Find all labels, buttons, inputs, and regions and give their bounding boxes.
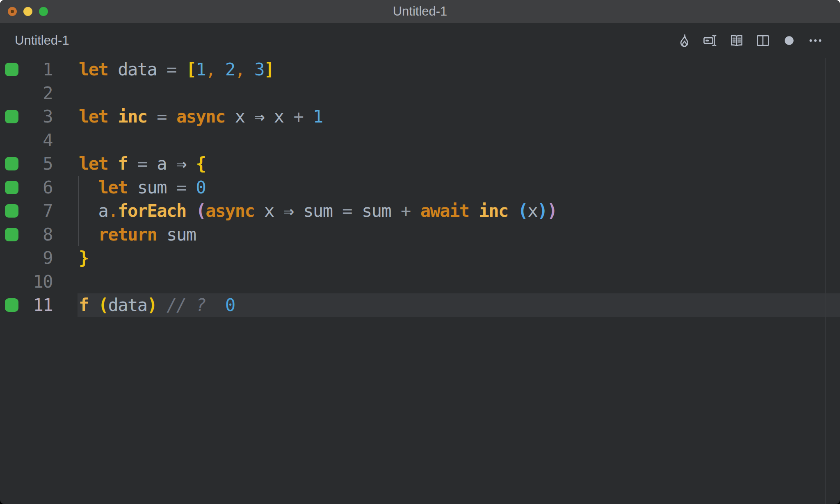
line-number[interactable]: 9 — [24, 248, 52, 268]
token: ⇒ — [176, 154, 186, 174]
code-line[interactable]: 3let inc = async x ⇒ x + 1 — [0, 105, 840, 129]
close-dot-icon — [11, 10, 14, 13]
record-dot-icon[interactable] — [781, 33, 797, 48]
code-text[interactable]: let sum = 0 — [78, 176, 840, 200]
gutter-cell — [0, 105, 24, 129]
token — [186, 154, 196, 174]
code-line[interactable]: 5let f = a ⇒ { — [0, 152, 840, 176]
quokka-marker — [5, 181, 18, 194]
token: async — [205, 201, 254, 221]
gutter-decoration-gap — [52, 293, 78, 317]
token — [89, 295, 98, 315]
editor-actions — [676, 33, 823, 48]
token — [284, 107, 294, 127]
code-line[interactable]: 8 return sum — [0, 223, 840, 247]
token: ⇒ — [284, 201, 294, 221]
code-text[interactable]: let inc = async x ⇒ x + 1 — [78, 105, 840, 129]
gutter-cell — [0, 176, 24, 200]
token: f — [118, 154, 128, 174]
code-line[interactable]: 10 — [0, 270, 840, 294]
token — [79, 201, 98, 221]
code-line[interactable]: 6 let sum = 0 — [0, 176, 840, 200]
line-number[interactable]: 5 — [24, 154, 52, 174]
overview-ruler-border — [825, 58, 826, 504]
quokka-marker — [5, 157, 18, 170]
book-icon[interactable] — [729, 33, 744, 48]
gutter-cell — [0, 246, 24, 270]
code-text[interactable] — [78, 270, 840, 294]
code-line[interactable]: 11f (data) // ? 0 — [0, 293, 840, 317]
token: inc — [479, 201, 508, 221]
token: = — [167, 59, 176, 79]
token: x — [264, 201, 274, 221]
token: x — [527, 201, 537, 221]
token: return — [98, 225, 157, 245]
token — [157, 225, 167, 245]
token — [244, 59, 254, 79]
token — [128, 177, 137, 198]
split-editor-icon[interactable] — [755, 33, 771, 48]
token — [352, 201, 362, 221]
line-number[interactable]: 10 — [24, 272, 52, 292]
token: sum — [167, 225, 196, 245]
more-actions-icon[interactable] — [808, 33, 823, 48]
line-number[interactable]: 11 — [24, 295, 52, 315]
gutter-cell — [0, 58, 24, 82]
gutter-cell — [0, 82, 24, 105]
code-text[interactable]: a.forEach (async x ⇒ sum = sum + await i… — [78, 199, 840, 223]
code-line[interactable]: 1let data = [1, 2, 3] — [0, 58, 840, 82]
token: + — [401, 201, 411, 221]
code-text[interactable]: let data = [1, 2, 3] — [78, 58, 840, 82]
token: sum — [137, 177, 167, 198]
token — [167, 154, 176, 174]
minimize-button[interactable] — [23, 7, 32, 16]
gutter-cell — [0, 199, 24, 223]
gutter-decoration-gap — [52, 129, 78, 152]
code-line[interactable]: 7 a.forEach (async x ⇒ sum = sum + await… — [0, 199, 840, 223]
token: let — [98, 177, 128, 198]
token — [79, 225, 98, 245]
code-line[interactable]: 2 — [0, 82, 840, 105]
token: x — [235, 107, 245, 127]
code-editor[interactable]: 1let data = [1, 2, 3]23let inc = async x… — [0, 58, 840, 317]
line-number[interactable]: 2 — [24, 83, 52, 103]
gutter-cell — [0, 293, 24, 317]
code-text[interactable]: } — [78, 246, 840, 270]
gutter-decoration-gap — [52, 82, 78, 105]
token — [147, 107, 157, 127]
close-button[interactable] — [8, 7, 17, 16]
token — [128, 154, 137, 174]
token: let — [79, 154, 108, 174]
titlebar[interactable]: Untitled-1 — [0, 0, 840, 23]
line-number[interactable]: 1 — [24, 59, 52, 79]
token: [ — [186, 59, 196, 79]
tab-label[interactable]: Untitled-1 — [15, 33, 69, 48]
code-line[interactable]: 4 — [0, 129, 840, 152]
token — [469, 201, 479, 221]
token: , — [205, 59, 215, 79]
gutter-decoration-gap — [52, 58, 78, 82]
token — [303, 107, 313, 127]
token: = — [157, 107, 167, 127]
traffic-lights — [8, 0, 48, 23]
line-number[interactable]: 3 — [24, 107, 52, 127]
quokka-marker — [5, 110, 18, 123]
gutter-decoration-gap — [52, 246, 78, 270]
line-number[interactable]: 7 — [24, 201, 52, 221]
token: ⇒ — [254, 107, 264, 127]
gutter-cell — [0, 223, 24, 247]
code-text[interactable]: f (data) // ? 0 — [78, 293, 840, 317]
line-number[interactable]: 8 — [24, 225, 52, 245]
rename-icon[interactable] — [703, 33, 718, 48]
line-number[interactable]: 4 — [24, 130, 52, 150]
line-number[interactable]: 6 — [24, 177, 52, 198]
zoom-button[interactable] — [39, 7, 48, 16]
code-text[interactable] — [78, 129, 840, 152]
quokka-flame-icon[interactable] — [676, 33, 692, 48]
code-text[interactable] — [78, 82, 840, 105]
token — [147, 154, 157, 174]
code-line[interactable]: 9} — [0, 246, 840, 270]
code-text[interactable]: return sum — [78, 223, 840, 247]
token: sum — [303, 201, 332, 221]
code-text[interactable]: let f = a ⇒ { — [78, 152, 840, 176]
